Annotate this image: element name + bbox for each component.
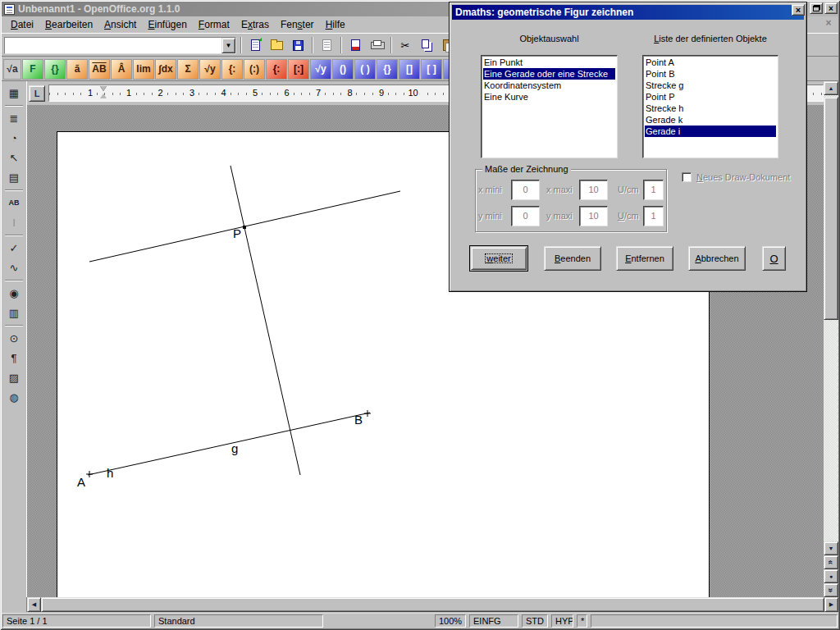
dmaths-braces-blue-icon[interactable]: {} <box>377 59 398 80</box>
dmaths-sum-icon[interactable]: Σ <box>177 59 199 80</box>
restore-button[interactable] <box>810 2 823 14</box>
autotext-icon[interactable]: AB <box>3 193 25 212</box>
dmaths-brackets-wide-icon[interactable]: [ ] <box>421 59 442 80</box>
dmaths-limit-icon[interactable]: lim <box>133 59 154 80</box>
weiter-button[interactable]: weiter <box>469 245 528 272</box>
navigation-icon[interactable]: ● <box>824 569 838 583</box>
next-page-icon[interactable]: » <box>824 583 838 597</box>
dmaths-brackets-thin-icon[interactable]: [] <box>399 59 420 80</box>
objektauswahl-item-ein-punkt[interactable]: Ein Punkt <box>483 57 615 68</box>
open-button[interactable] <box>267 36 286 54</box>
menu-datei[interactable]: Datei <box>5 17 39 32</box>
dmaths-vector-a-icon[interactable]: ā <box>66 59 88 80</box>
scroll-down-icon[interactable]: ▼ <box>824 541 838 555</box>
point-p-marker[interactable] <box>243 226 246 229</box>
nonprinting-characters-icon[interactable]: ¶ <box>3 348 25 368</box>
close-button[interactable]: × <box>824 2 838 14</box>
dmaths-parens-small-icon[interactable]: () <box>332 59 354 80</box>
save-button[interactable] <box>288 36 308 54</box>
beenden-button[interactable]: Beenden <box>544 246 601 271</box>
status-insert-mode[interactable]: EINFG <box>469 614 518 628</box>
menu-hilfe[interactable]: Hilfe <box>320 17 351 32</box>
show-draw-functions-icon[interactable]: ↖ <box>3 148 25 167</box>
objekte-item-point-b[interactable]: Point B <box>645 68 776 80</box>
graphics-on-off-icon[interactable]: ▨ <box>3 368 25 387</box>
menu-extras[interactable]: Extras <box>235 17 275 32</box>
indent-marker[interactable] <box>100 86 107 100</box>
dmaths-integral-icon[interactable]: ∫dx <box>155 59 176 80</box>
dmaths-angle-a-icon[interactable]: Â <box>111 59 132 80</box>
dmaths-bracket-colon-red-icon[interactable]: [:] <box>288 59 309 80</box>
dmaths-braces-green-icon[interactable]: {} <box>44 59 66 80</box>
horizontal-scrollbar[interactable]: ◀ ▶ <box>2 597 838 612</box>
dialog-close-icon[interactable]: × <box>792 4 805 16</box>
status-page-style[interactable]: Standard <box>154 614 323 628</box>
x-mini-label: x mini <box>478 185 502 194</box>
previous-page-icon[interactable]: « <box>824 555 838 569</box>
tab-type-selector[interactable]: L <box>29 85 45 102</box>
objekte-item-gerade-i[interactable]: Gerade i <box>645 126 776 137</box>
status-zoom[interactable]: 100% <box>435 614 466 628</box>
status-selection-mode[interactable]: STD <box>522 614 548 628</box>
find-replace-icon[interactable]: ◉ <box>3 283 25 303</box>
objekte-item-strecke-h[interactable]: Strecke h <box>645 103 776 114</box>
print-button[interactable] <box>367 36 386 54</box>
insert-fields-icon[interactable]: ≣ <box>3 108 25 128</box>
dmaths-formula-icon[interactable]: √a <box>3 59 21 80</box>
dmaths-paren-colon-orange-icon[interactable]: (:) <box>244 59 265 80</box>
online-layout-icon[interactable]: ◍ <box>3 387 25 407</box>
menu-bearbeiten[interactable]: Bearbeiten <box>39 17 98 32</box>
spellcheck-icon[interactable]: ✓ <box>3 238 25 258</box>
edit-file-button[interactable] <box>317 36 336 54</box>
entfernen-button[interactable]: Entfernen <box>616 246 673 271</box>
objekte-item-gerade-k[interactable]: Gerade k <box>645 114 776 126</box>
menu-fenster[interactable]: Fenster <box>275 17 320 32</box>
objektauswahl-item-eine-kurve[interactable]: Eine Kurve <box>483 91 615 103</box>
copy-button[interactable] <box>417 36 436 54</box>
new-document-button[interactable] <box>245 36 265 54</box>
data-sources-icon[interactable]: ▥ <box>3 303 25 322</box>
dmaths-brace-colon-orange-icon[interactable]: {: <box>221 59 243 80</box>
cut-button[interactable]: ✂ <box>395 36 415 54</box>
dmaths-function-green-icon[interactable]: F <box>22 59 43 80</box>
export-pdf-button[interactable] <box>345 36 365 54</box>
url-combo[interactable]: ▼ <box>4 37 236 54</box>
direct-cursor-icon[interactable]: I <box>3 212 25 232</box>
status-page[interactable]: Seite 1 / 1 <box>2 614 151 628</box>
abbrechen-button[interactable]: Abbrechen <box>688 246 746 271</box>
dmaths-brace-colon-red-icon[interactable]: {: <box>266 59 287 80</box>
dmaths-segment-ab-icon[interactable]: AB <box>89 59 110 80</box>
objektauswahl-item-koordinatensystem[interactable]: Koordinatensystem <box>483 80 615 91</box>
objektauswahl-listbox[interactable]: Ein PunktEine Gerade oder eine StreckeKo… <box>481 55 618 158</box>
objekte-item-point-a[interactable]: Point A <box>645 57 776 68</box>
combo-dropdown-icon[interactable]: ▼ <box>221 38 235 53</box>
menu-einfügen[interactable]: Einfügen <box>142 17 192 32</box>
menu-format[interactable]: Format <box>193 17 235 32</box>
insert-table-icon[interactable]: ▦ <box>3 83 25 103</box>
auto-spellcheck-icon[interactable]: ∿ <box>3 258 25 277</box>
insert-object-icon[interactable]: ◔ <box>3 128 25 148</box>
vertical-scroll-thumb[interactable] <box>824 97 838 320</box>
scroll-left-icon[interactable]: ◀ <box>27 597 41 612</box>
objekte-listbox[interactable]: Point APoint BStrecke gPoint PStrecke hG… <box>642 55 778 158</box>
url-input[interactable] <box>5 38 221 53</box>
zoom-icon[interactable]: ⊙ <box>3 328 25 348</box>
dmaths-root-blue-icon[interactable]: √y <box>310 59 331 80</box>
objekte-item-strecke-g[interactable]: Strecke g <box>645 80 776 91</box>
neues-draw-dokument-checkbox[interactable] <box>682 172 692 182</box>
objektauswahl-item-eine-gerade-oder-eine-strecke[interactable]: Eine Gerade oder eine Strecke <box>483 68 615 80</box>
dmaths-root-orange-icon[interactable]: √y <box>199 59 221 80</box>
objekte-item-point-p[interactable]: Point P <box>645 91 776 103</box>
scroll-right-icon[interactable]: ▶ <box>824 597 838 612</box>
horizontal-scroll-thumb[interactable] <box>41 597 824 612</box>
form-functions-icon[interactable]: ▤ <box>3 167 25 187</box>
menu-ansicht[interactable]: Ansicht <box>98 17 142 32</box>
circle-button[interactable]: O <box>762 246 786 271</box>
strecke-g-h[interactable] <box>88 413 370 475</box>
scroll-up-icon[interactable]: ▲ <box>824 81 838 95</box>
gerade-i[interactable] <box>231 166 300 475</box>
status-hyperlink-mode[interactable]: HYP <box>551 614 573 628</box>
dmaths-parens-large-icon[interactable]: ( ) <box>354 59 376 80</box>
vertical-scrollbar[interactable]: ▲ ▼ « ● » <box>824 81 838 597</box>
figure-label-P: P <box>233 226 241 240</box>
